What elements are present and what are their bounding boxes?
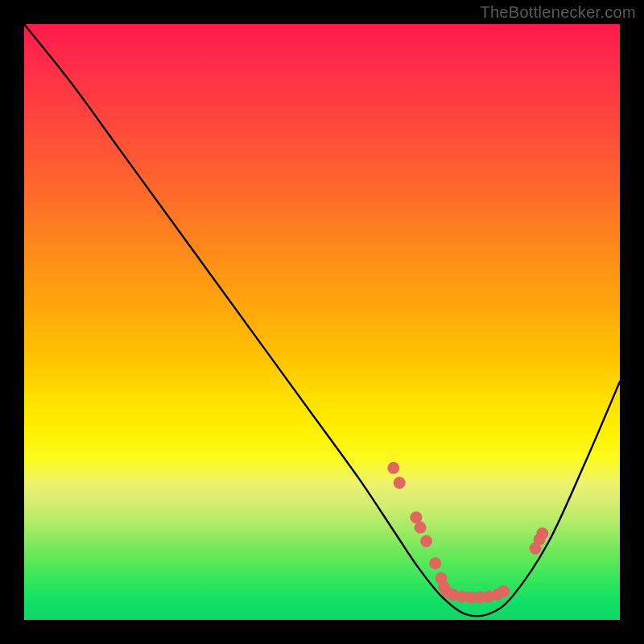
attribution-text: TheBottlenecker.com xyxy=(480,3,636,22)
data-marker xyxy=(394,477,406,489)
data-marker xyxy=(420,535,432,547)
data-marker xyxy=(415,522,427,534)
chart-plot-area xyxy=(24,24,620,620)
data-marker xyxy=(536,527,548,539)
bottleneck-curve xyxy=(24,24,620,616)
chart-svg xyxy=(24,24,620,620)
data-marker xyxy=(387,462,399,474)
data-marker xyxy=(497,585,510,597)
data-marker xyxy=(429,557,441,569)
